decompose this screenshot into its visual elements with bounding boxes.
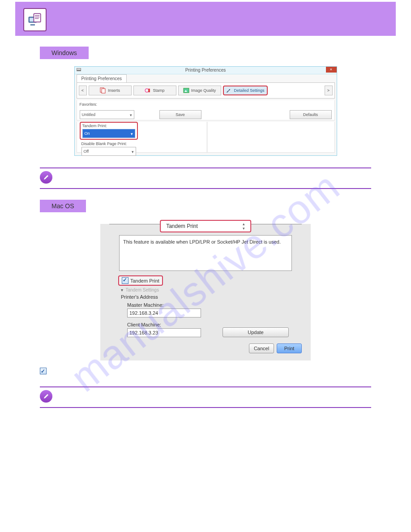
nav-prev-button[interactable]: < — [79, 86, 87, 95]
divider — [40, 386, 371, 387]
tab-detailed-label: Detailed Settings — [234, 88, 264, 93]
tab-detailed-settings[interactable]: Detailed Settings — [223, 86, 268, 95]
info-box: This feature is available when LPD/LPR o… — [119, 235, 292, 271]
cancel-button[interactable]: Cancel — [249, 343, 274, 353]
master-machine-input[interactable]: 192.168.3.24 — [127, 309, 201, 317]
note-row — [40, 390, 371, 403]
tandem-print-dropdown[interactable]: On — [82, 129, 135, 138]
section-heading-windows: Windows — [40, 47, 89, 59]
printers-address-label: Printer's Address — [121, 294, 311, 300]
windows-printing-preferences-dialog: Printing Preferences × Printing Preferen… — [74, 66, 337, 156]
tab-image-quality-label: Image Quality — [191, 88, 216, 93]
tandem-print-label: Tandem Print: — [82, 124, 135, 128]
svg-rect-13 — [184, 88, 189, 93]
divider — [40, 188, 371, 189]
close-icon[interactable]: × — [326, 67, 337, 73]
tab-inserts-label: Inserts — [108, 88, 120, 93]
checkmark-icon — [122, 277, 128, 284]
updown-icon: ▴▾ — [243, 222, 245, 231]
inline-check-icon — [40, 368, 47, 374]
svg-rect-6 — [30, 24, 35, 26]
tab-inserts[interactable]: Inserts — [89, 86, 132, 95]
blank-page-dropdown[interactable]: Off — [81, 147, 136, 156]
divider — [40, 167, 371, 168]
panel-selector-dropdown[interactable]: Tandem Print ▴▾ — [160, 220, 251, 232]
update-button[interactable]: Update — [223, 327, 289, 337]
favorites-dropdown[interactable]: Untitled — [80, 110, 134, 119]
save-button[interactable]: Save — [159, 110, 201, 119]
section-heading-mac: Mac OS — [40, 200, 86, 212]
tab-stamp-label: Stamp — [153, 88, 164, 93]
pencil-note-icon — [40, 390, 52, 403]
nav-next-button[interactable]: > — [325, 86, 333, 95]
svg-point-11 — [145, 89, 149, 92]
note-row — [40, 171, 371, 184]
image-quality-icon — [183, 87, 189, 94]
blank-page-label: Disable Blank Page Print: — [81, 142, 334, 146]
page-header-bar — [15, 2, 396, 36]
print-button[interactable]: Print — [277, 343, 302, 353]
body-paragraph — [40, 367, 371, 375]
wrench-icon — [226, 87, 232, 94]
svg-rect-10 — [102, 89, 105, 93]
mac-print-dialog: Tandem Print ▴▾ This feature is availabl… — [100, 224, 311, 360]
tandem-print-checkbox[interactable]: Tandem Print — [118, 275, 163, 286]
info-text: This feature is available when LPD/LPR o… — [123, 239, 281, 245]
window-icon — [77, 68, 81, 73]
dialog-title: Printing Preferences — [185, 68, 226, 73]
svg-rect-2 — [34, 13, 40, 22]
tandem-settings-header: Tandem Settings — [125, 287, 159, 292]
stamp-icon — [145, 87, 151, 94]
inserts-icon — [100, 87, 106, 94]
client-machine-input[interactable]: 192.168.3.23 — [127, 328, 201, 337]
client-machine-label: Client Machine: — [127, 322, 311, 327]
tab-image-quality[interactable]: Image Quality — [178, 86, 221, 95]
tab-printing-preferences[interactable]: Printing Preferences — [77, 74, 127, 82]
tandem-print-field: Tandem Print: On — [80, 122, 138, 140]
tandem-print-checkbox-label: Tandem Print — [130, 278, 159, 283]
master-machine-label: Master Machine: — [127, 302, 311, 308]
disclosure-row[interactable]: ▾ Tandem Settings — [121, 287, 311, 292]
favorites-label: Favorites: — [80, 102, 332, 107]
svg-rect-12 — [148, 89, 150, 92]
defaults-button[interactable]: Defaults — [290, 110, 332, 119]
panel-selector-label: Tandem Print — [166, 223, 198, 229]
header-doc-icon — [23, 8, 47, 31]
pencil-note-icon — [40, 171, 52, 184]
divider — [40, 407, 371, 408]
tab-stamp[interactable]: Stamp — [133, 86, 176, 95]
svg-rect-8 — [77, 69, 81, 70]
